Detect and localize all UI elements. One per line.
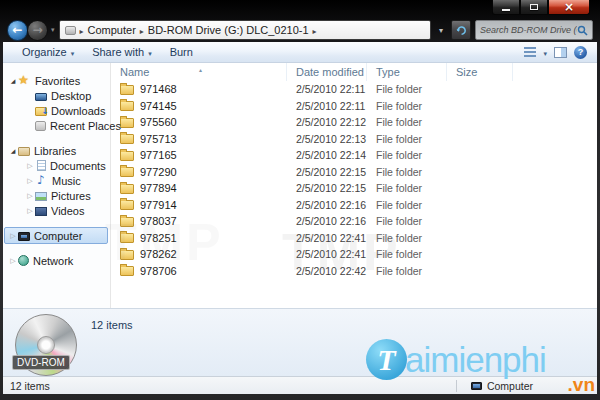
expander-icon[interactable] xyxy=(25,192,35,200)
download-folder-icon xyxy=(35,107,47,116)
table-row-978706[interactable]: 978706 2/5/2010 22:42 File folder xyxy=(111,263,597,280)
help-icon[interactable] xyxy=(574,46,587,59)
sidebar-item-label: Documents xyxy=(50,160,106,172)
pictures-icon xyxy=(35,192,47,201)
dvd-rom-label: DVD-ROM xyxy=(12,355,70,370)
sidebar-item-label: Videos xyxy=(51,205,84,217)
file-name: 978251 xyxy=(140,232,177,244)
folder-icon xyxy=(120,217,134,227)
sidebar-item-recent-places[interactable]: Recent Places xyxy=(3,118,110,133)
sidebar-item-label: Favorites xyxy=(35,75,80,87)
sidebar-item-desktop[interactable]: Desktop xyxy=(3,88,110,103)
sidebar-item-music[interactable]: Music xyxy=(3,173,110,188)
sidebar-item-videos[interactable]: Videos xyxy=(3,203,110,218)
expander-icon[interactable] xyxy=(8,77,18,84)
expander-icon[interactable] xyxy=(25,177,35,185)
library-icon xyxy=(18,147,30,156)
chevron-down-icon xyxy=(148,46,152,58)
share-with-button[interactable]: Share with xyxy=(83,44,161,60)
recent-pages-dropdown-icon[interactable] xyxy=(51,26,55,34)
sidebar-item-pictures[interactable]: Pictures xyxy=(3,188,110,203)
window-controls xyxy=(492,0,590,15)
navigation-pane: Favorites Desktop Downloads xyxy=(3,63,111,308)
computer-icon xyxy=(18,232,30,241)
recent-places-icon xyxy=(35,121,46,131)
sidebar-item-network[interactable]: Network xyxy=(3,253,110,268)
maximize-button[interactable] xyxy=(520,0,548,15)
date-modified: 2/5/2010 22:13 xyxy=(287,133,367,145)
file-type: File folder xyxy=(367,133,447,145)
status-bar: 12 items Computer xyxy=(3,376,597,394)
sidebar-item-downloads[interactable]: Downloads xyxy=(3,103,110,118)
refresh-button[interactable] xyxy=(451,20,471,40)
table-row-971468[interactable]: 971468 2/5/2010 22:11 File folder xyxy=(111,81,597,98)
file-type: File folder xyxy=(367,166,447,178)
burn-button[interactable]: Burn xyxy=(161,44,202,60)
file-name: 978262 xyxy=(140,248,177,260)
column-header-date-modified[interactable]: Date modified xyxy=(287,63,367,81)
breadcrumb-computer[interactable]: Computer xyxy=(88,24,136,36)
table-row-978037[interactable]: 978037 2/5/2010 22:16 File folder xyxy=(111,213,597,230)
column-size-label: Size xyxy=(456,66,477,78)
table-row-978262[interactable]: 978262 2/5/2010 22:41 File folder xyxy=(111,246,597,263)
expander-icon[interactable] xyxy=(8,257,18,265)
sidebar-item-label: Pictures xyxy=(51,190,91,202)
minimize-button[interactable] xyxy=(492,0,520,15)
expander-icon[interactable] xyxy=(25,162,35,170)
date-modified: 2/5/2010 22:15 xyxy=(287,182,367,194)
date-modified: 2/5/2010 22:12 xyxy=(287,116,367,128)
table-row-977894[interactable]: 977894 2/5/2010 22:15 File folder xyxy=(111,180,597,197)
expander-icon[interactable] xyxy=(25,207,35,215)
file-name: 975713 xyxy=(140,133,177,145)
file-list: Name Date modified Type Size xyxy=(111,63,597,308)
file-type: File folder xyxy=(367,232,447,244)
file-name: 977290 xyxy=(140,166,177,178)
status-location: Computer xyxy=(456,380,533,392)
folder-icon xyxy=(120,118,134,128)
address-dropdown-icon[interactable] xyxy=(435,26,447,35)
status-location-label: Computer xyxy=(487,380,533,392)
breadcrumb-bdrom-drive[interactable]: BD-ROM Drive (G:) DLC_0210-1 xyxy=(148,24,309,36)
folder-icon xyxy=(120,233,134,243)
expander-icon[interactable] xyxy=(8,232,18,240)
table-row-974145[interactable]: 974145 2/5/2010 22:11 File folder xyxy=(111,98,597,115)
column-header-row: Name Date modified Type Size xyxy=(111,63,597,81)
close-button[interactable] xyxy=(548,0,590,15)
search-input[interactable] xyxy=(480,25,577,35)
file-name: 975560 xyxy=(140,116,177,128)
sidebar-item-libraries[interactable]: Libraries xyxy=(3,143,110,158)
sidebar-item-documents[interactable]: Documents xyxy=(3,158,110,173)
table-row-978251[interactable]: 978251 2/5/2010 22:41 File folder xyxy=(111,230,597,247)
sidebar-item-computer[interactable]: Computer xyxy=(3,228,110,243)
column-header-type[interactable]: Type xyxy=(367,63,447,81)
table-row-977914[interactable]: 977914 2/5/2010 22:16 File folder xyxy=(111,197,597,214)
preview-pane-icon[interactable] xyxy=(554,47,567,58)
table-row-977165[interactable]: 977165 2/5/2010 22:14 File folder xyxy=(111,147,597,164)
column-header-name[interactable]: Name xyxy=(111,63,287,81)
table-row-975713[interactable]: 975713 2/5/2010 22:13 File folder xyxy=(111,131,597,148)
back-button[interactable] xyxy=(7,20,28,41)
folder-icon xyxy=(120,250,134,260)
star-icon xyxy=(18,75,31,87)
breadcrumb[interactable]: Computer BD-ROM Drive (G:) DLC_0210-1 xyxy=(59,20,431,40)
organize-button[interactable]: Organize xyxy=(13,44,83,60)
date-modified: 2/5/2010 22:41 xyxy=(287,232,367,244)
details-item-count: 12 items xyxy=(91,319,133,331)
search-box xyxy=(475,20,593,40)
change-view-icon[interactable] xyxy=(524,47,536,57)
date-modified: 2/5/2010 22:14 xyxy=(287,149,367,161)
file-name: 977914 xyxy=(140,199,177,211)
expander-icon[interactable] xyxy=(8,147,18,154)
forward-button[interactable] xyxy=(27,20,48,41)
sidebar-item-favorites[interactable]: Favorites xyxy=(3,73,110,88)
search-icon[interactable] xyxy=(577,25,588,36)
table-row-977290[interactable]: 977290 2/5/2010 22:15 File folder xyxy=(111,164,597,181)
folder-icon xyxy=(120,184,134,194)
folder-icon xyxy=(120,85,134,95)
table-row-975560[interactable]: 975560 2/5/2010 22:12 File folder xyxy=(111,114,597,131)
chevron-down-icon[interactable] xyxy=(543,46,547,58)
date-modified: 2/5/2010 22:11 xyxy=(287,100,367,112)
status-separator xyxy=(456,380,457,392)
column-header-size[interactable]: Size xyxy=(447,63,513,81)
file-type: File folder xyxy=(367,248,447,260)
